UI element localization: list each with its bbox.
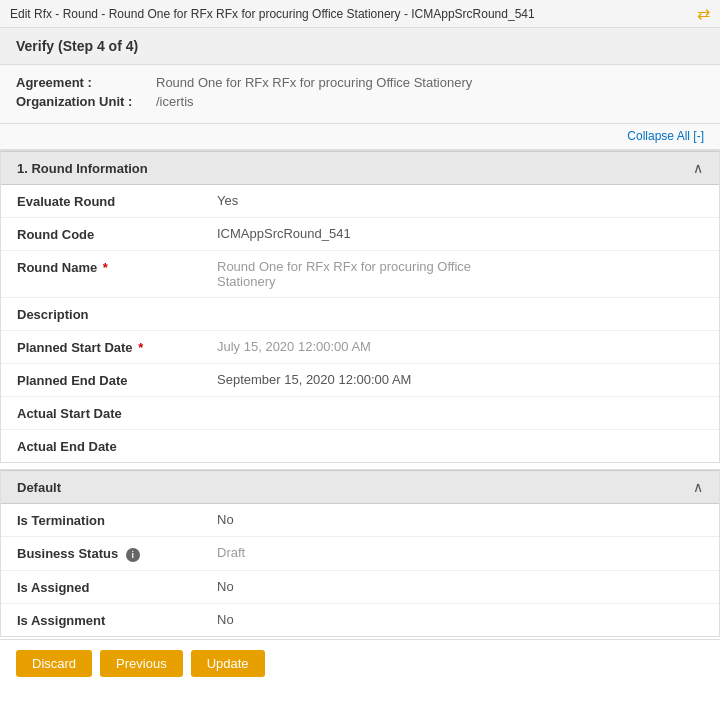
org-unit-label: Organization Unit : xyxy=(16,94,156,109)
agreement-value: Round One for RFx RFx for procuring Offi… xyxy=(156,75,472,90)
actual-end-date-label: Actual End Date xyxy=(17,438,217,454)
is-assigned-row: Is Assigned No xyxy=(1,571,719,604)
planned-end-date-label: Planned End Date xyxy=(17,372,217,388)
footer: Discard Previous Update xyxy=(0,639,720,687)
step-title: Verify (Step 4 of 4) xyxy=(16,38,138,54)
planned-end-date-value: September 15, 2020 12:00:00 AM xyxy=(217,372,703,387)
round-name-row: Round Name * Round One for RFx RFx for p… xyxy=(1,251,719,298)
business-status-value: Draft xyxy=(217,545,703,560)
evaluate-round-row: Evaluate Round Yes xyxy=(1,185,719,218)
business-status-label: Business Status i xyxy=(17,545,217,562)
planned-start-date-value: July 15, 2020 12:00:00 AM xyxy=(217,339,703,354)
planned-end-date-row: Planned End Date September 15, 2020 12:0… xyxy=(1,364,719,397)
planned-start-date-label: Planned Start Date * xyxy=(17,339,217,355)
agreement-section: Agreement : Round One for RFx RFx for pr… xyxy=(0,65,720,124)
round-name-required: * xyxy=(103,260,108,275)
default-section-title: Default xyxy=(17,480,61,495)
planned-start-required: * xyxy=(138,340,143,355)
org-unit-value: /icertis xyxy=(156,94,194,109)
round-code-label: Round Code xyxy=(17,226,217,242)
is-termination-value: No xyxy=(217,512,703,527)
agreement-label: Agreement : xyxy=(16,75,156,90)
default-section-header: Default ∧ xyxy=(1,470,719,504)
is-assigned-value: No xyxy=(217,579,703,594)
collapse-all-link[interactable]: Collapse All [-] xyxy=(627,129,704,143)
default-section: Default ∧ Is Termination No Business Sta… xyxy=(0,469,720,637)
round-info-header: 1. Round Information ∧ xyxy=(1,151,719,185)
is-assignment-label: Is Assignment xyxy=(17,612,217,628)
actual-start-date-row: Actual Start Date xyxy=(1,397,719,430)
title-bar: Edit Rfx - Round - Round One for RFx RFx… xyxy=(0,0,720,28)
agreement-row: Agreement : Round One for RFx RFx for pr… xyxy=(16,75,704,90)
description-row: Description xyxy=(1,298,719,331)
planned-start-date-row: Planned Start Date * July 15, 2020 12:00… xyxy=(1,331,719,364)
discard-button[interactable]: Discard xyxy=(16,650,92,677)
round-name-label: Round Name * xyxy=(17,259,217,275)
business-status-info-icon[interactable]: i xyxy=(126,548,140,562)
round-code-row: Round Code ICMAppSrcRound_541 xyxy=(1,218,719,251)
is-assigned-label: Is Assigned xyxy=(17,579,217,595)
actual-start-date-label: Actual Start Date xyxy=(17,405,217,421)
previous-button[interactable]: Previous xyxy=(100,650,183,677)
is-assignment-row: Is Assignment No xyxy=(1,604,719,636)
page-title: Edit Rfx - Round - Round One for RFx RFx… xyxy=(10,7,535,21)
is-assignment-value: No xyxy=(217,612,703,627)
is-termination-label: Is Termination xyxy=(17,512,217,528)
default-section-toggle[interactable]: ∧ xyxy=(693,479,703,495)
round-name-value: Round One for RFx RFx for procuring Offi… xyxy=(217,259,703,289)
round-info-toggle[interactable]: ∧ xyxy=(693,160,703,176)
evaluate-round-label: Evaluate Round xyxy=(17,193,217,209)
evaluate-round-value: Yes xyxy=(217,193,703,208)
toggle-icon[interactable]: ⇄ xyxy=(697,4,710,23)
business-status-row: Business Status i Draft xyxy=(1,537,719,571)
actual-end-date-row: Actual End Date xyxy=(1,430,719,462)
collapse-all-container: Collapse All [-] xyxy=(0,124,720,150)
round-code-value: ICMAppSrcRound_541 xyxy=(217,226,703,241)
org-unit-row: Organization Unit : /icertis xyxy=(16,94,704,109)
round-info-section: 1. Round Information ∧ Evaluate Round Ye… xyxy=(0,150,720,463)
update-button[interactable]: Update xyxy=(191,650,265,677)
description-label: Description xyxy=(17,306,217,322)
round-info-title: 1. Round Information xyxy=(17,161,148,176)
step-header: Verify (Step 4 of 4) xyxy=(0,28,720,65)
is-termination-row: Is Termination No xyxy=(1,504,719,537)
